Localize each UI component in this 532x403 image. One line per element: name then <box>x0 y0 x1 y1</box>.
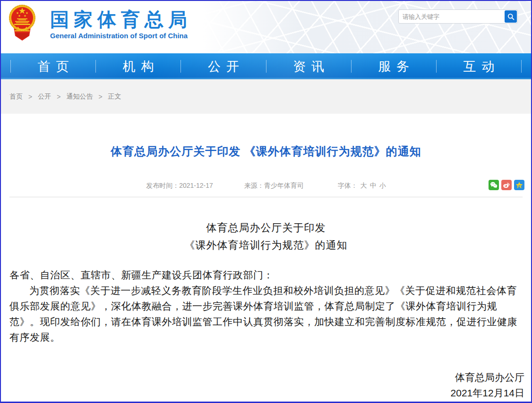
breadcrumb-bar: 首页 > 公开 > 通知公告 > 正文 <box>1 79 531 114</box>
search-input[interactable] <box>399 10 505 23</box>
meta-divider <box>9 197 523 197</box>
nav-item-interact[interactable]: 互动 <box>437 53 521 79</box>
share-buttons <box>489 180 524 190</box>
site-title: 国家体育总局 <box>50 8 192 30</box>
salutation: 各省、自治区、直辖市、新疆生产建设兵团体育行政部门： <box>9 267 523 283</box>
nav-divider <box>521 60 522 73</box>
breadcrumb-separator: > <box>28 93 32 101</box>
wechat-icon <box>490 182 498 188</box>
font-size-medium[interactable]: 中 <box>370 182 377 189</box>
font-size-small[interactable]: 小 <box>379 182 386 189</box>
search-icon <box>507 13 515 20</box>
birds-nest-pattern-decoration <box>202 1 531 53</box>
site-search <box>398 9 518 24</box>
main-nav: 首页 机构 公开 资讯 服务 互动 <box>1 53 531 79</box>
document-title: 体育总局办公厅关于印发 《课外体育培训行为规范》的通知 <box>9 219 523 254</box>
article-source: 来源：青少年体育司 <box>244 182 304 190</box>
nav-item-orgs[interactable]: 机构 <box>96 53 180 79</box>
article-content: 体育总局办公厅关于印发 《课外体育培训行为规范》的通知 发布时间：2021-12… <box>1 114 531 402</box>
article-title: 体育总局办公厅关于印发 《课外体育培训行为规范》的通知 <box>9 114 523 159</box>
weibo-share-button[interactable] <box>501 180 512 190</box>
site-header: 国家体育总局 General Administration of Sport o… <box>1 1 531 53</box>
brand-text: 国家体育总局 General Administration of Sport o… <box>50 4 192 40</box>
nav-item-news[interactable]: 资讯 <box>266 53 351 79</box>
font-size-large[interactable]: 大 <box>360 182 367 189</box>
publish-date: 发布时间：2021-12-17 <box>146 182 213 190</box>
breadcrumb: 首页 > 公开 > 通知公告 > 正文 <box>9 92 531 101</box>
qzone-icon <box>515 182 523 189</box>
search-button[interactable] <box>505 10 517 23</box>
breadcrumb-public[interactable]: 公开 <box>38 92 51 101</box>
site-subtitle: General Administration of Sport of China <box>50 32 192 40</box>
china-national-emblem-icon <box>8 4 37 42</box>
qzone-share-button[interactable] <box>514 180 524 190</box>
breadcrumb-separator: > <box>98 93 102 101</box>
breadcrumb-separator: > <box>57 93 60 101</box>
wechat-share-button[interactable] <box>489 180 499 190</box>
breadcrumb-current: 正文 <box>108 92 121 101</box>
signature-org: 体育总局办公厅 <box>451 369 524 385</box>
document-body: 各省、自治区、直辖市、新疆生产建设兵团体育行政部门： 为贯彻落实《关于进一步减轻… <box>9 267 523 345</box>
nav-item-services[interactable]: 服务 <box>352 53 436 79</box>
weibo-icon <box>503 182 510 188</box>
site-logo-link[interactable]: 国家体育总局 General Administration of Sport o… <box>8 4 192 42</box>
breadcrumb-notices[interactable]: 通知公告 <box>66 92 93 101</box>
font-size-switcher: 字体：大中小 <box>335 182 386 190</box>
article-meta: 发布时间：2021-12-17 来源：青少年体育司 字体：大中小 <box>9 181 523 191</box>
body-paragraph: 为贯彻落实《关于进一步减轻义务教育阶段学生作业负担和校外培训负担的意见》《关于促… <box>9 283 523 345</box>
signature-date: 2021年12月14日 <box>451 385 524 401</box>
breadcrumb-home[interactable]: 首页 <box>9 92 23 101</box>
nav-item-public[interactable]: 公开 <box>181 53 266 79</box>
signature-block: 体育总局办公厅 2021年12月14日 <box>451 369 524 401</box>
nav-item-home[interactable]: 首页 <box>11 53 95 79</box>
